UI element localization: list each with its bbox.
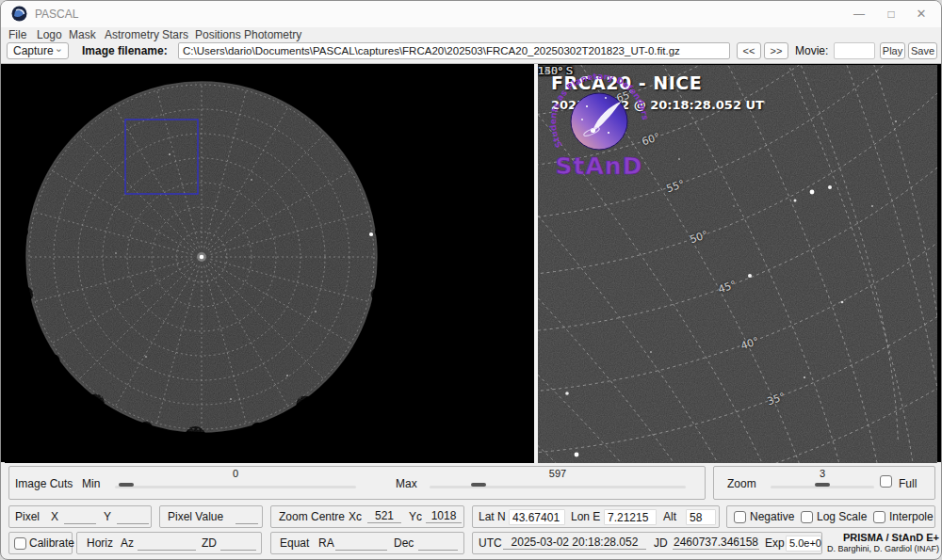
ra-label: RA [318, 536, 334, 550]
full-label: Full [899, 477, 917, 490]
log-scale-checkbox[interactable] [801, 511, 813, 523]
next-image-button[interactable]: >> [764, 42, 788, 59]
capture-dropdown[interactable]: Capture ⌄ [7, 42, 69, 59]
calibrate-group: Calibrate [8, 532, 73, 554]
movie-label: Movie: [795, 44, 828, 57]
menu-astrometry[interactable]: Astrometry [105, 28, 159, 41]
jd-label: JD [654, 536, 668, 550]
max-label: Max [396, 477, 417, 490]
interpole-checkbox[interactable] [873, 511, 885, 523]
max-value: 597 [430, 468, 686, 479]
menu-file[interactable]: File [8, 28, 26, 41]
previous-image-button[interactable]: << [737, 42, 761, 59]
min-label: Min [82, 477, 100, 490]
menu-stars[interactable]: Stars [162, 28, 188, 41]
filename-input[interactable] [178, 42, 730, 59]
utc-value[interactable]: 2025-03-02 20:18:28.052 [503, 536, 646, 550]
zoom-value: 3 [771, 468, 874, 479]
credits-project: PRISMA / StAnD E+ [817, 532, 939, 543]
negative-label: Negative [750, 510, 794, 523]
close-button[interactable]: ✕ [905, 1, 937, 27]
allsky-fisheye-image [5, 65, 534, 463]
minimize-button[interactable]: — [843, 1, 875, 27]
utc-label: UTC [479, 536, 502, 550]
credits: PRISMA / StAnD E+ D. Barghini, D. Gardio… [817, 532, 939, 553]
equat-label: Equat [280, 536, 309, 550]
equatorial-coords-group: Equat RA Dec [270, 532, 464, 554]
title-bar: PASCAL — □ ✕ [1, 1, 941, 27]
main-area: 65° 60° 55° 50° 45° 40° 35° 110° S 115° … [1, 63, 942, 462]
dec-field[interactable] [418, 536, 458, 551]
log-scale-label: Log Scale [817, 510, 867, 523]
capture-dropdown-value: Capture [13, 44, 54, 57]
az-field[interactable] [138, 536, 196, 551]
zd-label: ZD [202, 536, 217, 550]
menu-bar: File Logo Mask Astrometry Stars Position… [1, 27, 941, 42]
max-slider-handle[interactable] [471, 483, 486, 487]
xc-label: Xc [349, 510, 362, 523]
calibrate-label: Calibrate [29, 536, 74, 550]
lat-input[interactable]: 43.67401 [509, 509, 565, 525]
zoom-centre-group: Zoom Centre Xc 521 Yc 1018 [270, 505, 464, 528]
menu-photometry[interactable]: Photometry [244, 28, 301, 41]
toolbar: Capture ⌄ Image filename: << >> Movie: P… [1, 42, 941, 61]
negative-checkbox[interactable] [734, 511, 746, 523]
movie-input[interactable] [834, 42, 875, 59]
logo-wordmark: StAnD [556, 152, 643, 180]
horiz-label: Horiz [87, 536, 113, 550]
min-value: 0 [115, 468, 356, 479]
zoom-label: Zoom [727, 477, 756, 490]
app-window: PASCAL — □ ✕ File Logo Mask Astrometry S… [0, 0, 942, 560]
interpole-label: Interpole [889, 510, 934, 523]
play-button[interactable]: Play [880, 42, 905, 59]
az-coord-label: Az [121, 536, 134, 550]
pixel-value-label: Pixel Value [168, 510, 223, 523]
display-options-group: Negative Log Scale Interpole [726, 505, 935, 528]
pixel-group: Pixel X Y [8, 505, 152, 528]
pixel-value-field[interactable] [236, 509, 258, 524]
calibrate-checkbox[interactable] [14, 537, 26, 550]
credits-authors: D. Barghini, D. Gardiol (INAF) [817, 544, 939, 553]
location-group: Lat N 43.67401 Lon E 7.21215 Alt 58 [472, 505, 720, 528]
app-icon [11, 6, 27, 22]
zd-field[interactable] [220, 536, 256, 551]
alt-input[interactable]: 58 [686, 509, 716, 525]
ra-field[interactable] [335, 536, 387, 551]
lat-label: Lat N [479, 510, 506, 523]
maximize-button[interactable]: □ [875, 1, 907, 27]
max-slider-track[interactable] [430, 486, 686, 488]
dec-label: Dec [394, 536, 414, 550]
menu-positions[interactable]: Positions [195, 28, 241, 41]
yc-value[interactable]: 1018 [426, 509, 462, 523]
pixel-label: Pixel [15, 510, 40, 523]
lon-label: Lon E [571, 510, 600, 523]
jd-value[interactable]: 2460737.346158 [673, 536, 759, 550]
chevron-down-icon: ⌄ [55, 40, 63, 56]
zoom-slider-handle[interactable] [815, 483, 830, 487]
min-slider-handle[interactable] [119, 483, 134, 487]
lon-input[interactable]: 7.21215 [604, 509, 657, 525]
zoom-centre-label: Zoom Centre [279, 510, 345, 523]
stand-logo: Students as Planetary Defenders StAnD [538, 65, 655, 183]
image-cuts-label: Image Cuts [15, 477, 73, 490]
alt-label: Alt [663, 510, 676, 523]
image-cuts-group: Image Cuts Min 0 Max 597 [8, 466, 706, 500]
pixel-y-label: Y [104, 510, 111, 523]
menu-logo[interactable]: Logo [37, 28, 62, 41]
time-group: UTC 2025-03-02 20:18:28.052 JD 2460737.3… [472, 532, 822, 554]
yc-label: Yc [409, 510, 422, 523]
exp-label: Exp [765, 536, 785, 550]
pixel-value-group: Pixel Value [159, 505, 263, 528]
allsky-image-panel[interactable] [5, 65, 534, 463]
full-checkbox[interactable] [880, 475, 892, 488]
pixel-x-field[interactable] [64, 509, 96, 524]
horizontal-coords-group: Horiz Az ZD [76, 532, 262, 554]
pixel-y-field[interactable] [117, 509, 149, 524]
window-title: PASCAL [35, 8, 78, 21]
min-slider-track[interactable] [115, 486, 356, 488]
xc-value[interactable]: 521 [367, 509, 401, 523]
menu-mask[interactable]: Mask [69, 28, 96, 41]
zoomed-sky-panel[interactable]: 65° 60° 55° 50° 45° 40° 35° 110° S 115° … [538, 65, 937, 463]
save-button[interactable]: Save [908, 42, 937, 59]
filename-label: Image filename: [82, 44, 168, 57]
